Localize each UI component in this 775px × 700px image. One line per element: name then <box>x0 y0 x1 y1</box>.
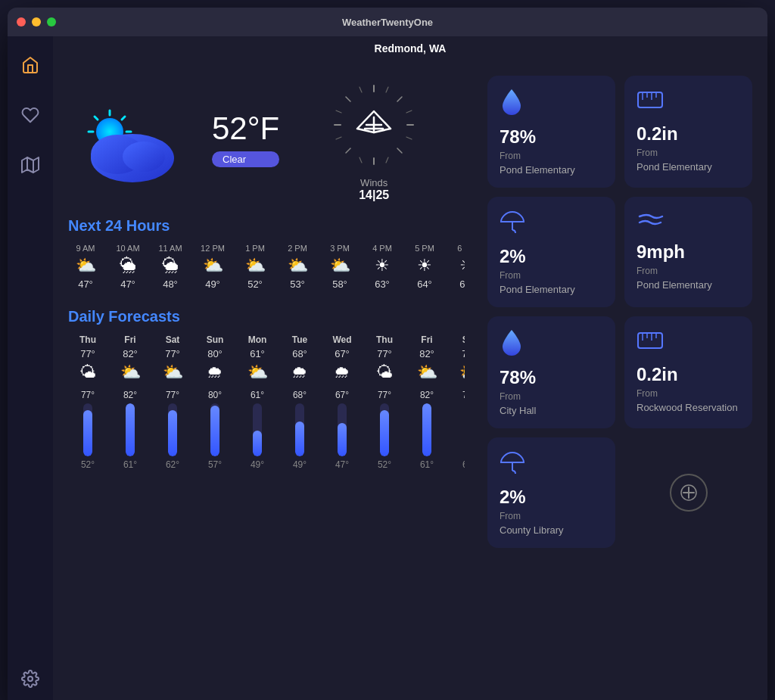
daily-section: Daily Forecasts Thu 77° 🌤 Fri 82° ⛅ Sat … <box>68 308 465 470</box>
weather-top: 52°F Clear <box>68 76 465 202</box>
svg-rect-36 <box>638 92 662 107</box>
titlebar: WeatherTwentyOne <box>8 8 767 36</box>
window-controls <box>17 17 56 26</box>
svg-line-22 <box>346 148 350 153</box>
left-panel: 52°F Clear <box>53 61 480 700</box>
minimize-button[interactable] <box>32 17 41 26</box>
stat-card: 0.2in From Rockwood Reservation <box>624 316 752 428</box>
maximize-button[interactable] <box>47 17 56 26</box>
stat-from: From <box>500 511 603 521</box>
sidebar-item-home[interactable] <box>17 51 44 79</box>
stat-row-2: 2% From Pond Elementary 9mph From Pond E… <box>487 197 752 307</box>
stat-icon <box>500 328 603 361</box>
hourly-row: 9 AM ⛅ 47° 10 AM 🌦 47° 11 AM 🌦 48° 12 PM… <box>68 244 465 290</box>
svg-line-21 <box>397 97 402 101</box>
svg-point-3 <box>28 677 33 681</box>
stat-card: 2% From Pond Elementary <box>487 197 615 307</box>
hourly-title: Next 24 Hours <box>68 217 465 235</box>
stat-from: From <box>500 151 603 161</box>
stat-value: 0.2in <box>636 364 740 385</box>
stat-icon <box>500 450 603 481</box>
app-title: WeatherTwentyOne <box>342 17 433 28</box>
app-window: WeatherTwentyOne <box>8 8 767 700</box>
stat-row-1: 78% From Pond Elementary 0.2in From Pond… <box>487 76 752 188</box>
svg-line-27 <box>386 157 388 163</box>
svg-line-9 <box>95 117 98 120</box>
weather-icon <box>68 90 189 188</box>
daily-item: Sat 77° ⛅ <box>153 334 192 382</box>
stat-card: 78% From City Hall <box>487 316 615 428</box>
svg-line-20 <box>346 97 350 101</box>
content-area: 52°F Clear <box>53 61 767 700</box>
stat-from: From <box>636 148 740 158</box>
daily-item: Mon 61° ⛅ <box>238 334 277 382</box>
bar-item: 80° 57° <box>195 390 235 470</box>
stat-icon <box>500 88 603 120</box>
sidebar-item-map[interactable] <box>17 151 44 179</box>
daily-item: Thu 77° 🌤 <box>365 334 404 382</box>
daily-item: Tue 68° 🌧 <box>280 334 319 382</box>
stat-from: From <box>636 266 740 276</box>
close-button[interactable] <box>17 17 26 26</box>
svg-rect-42 <box>638 333 662 348</box>
bar-item: 68° 49° <box>280 390 319 470</box>
svg-line-11 <box>122 117 125 120</box>
daily-item: Fri 82° ⛅ <box>110 334 150 382</box>
stat-value: 78% <box>500 367 603 388</box>
bar-chart-row: 77° 52° 82° 61° 77° 62° 80° 57° 61° 49° … <box>68 390 465 470</box>
svg-line-29 <box>336 137 341 139</box>
stat-card: 0.2in From Pond Elementary <box>624 76 752 188</box>
main-content: Redmond, WA <box>53 36 767 700</box>
svg-line-25 <box>386 87 388 92</box>
sidebar <box>8 36 53 700</box>
bar-item: 61° 49° <box>238 390 277 470</box>
bar-item: 77° 52° <box>68 390 107 470</box>
stat-card: 78% From Pond Elementary <box>487 76 615 188</box>
svg-line-23 <box>397 148 402 153</box>
right-panel: 78% From Pond Elementary 0.2in From Pond… <box>480 61 767 700</box>
svg-line-24 <box>359 87 362 92</box>
stat-icon <box>636 209 740 235</box>
stat-card: 2% From County Library <box>487 437 615 548</box>
bar-item: 82° 61° <box>110 390 150 470</box>
stat-source: Pond Elementary <box>500 164 603 176</box>
daily-row: Thu 77° 🌤 Fri 82° ⛅ Sat 77° ⛅ Sun 80° 🌧 … <box>68 334 465 382</box>
sidebar-item-favorites[interactable] <box>17 101 44 129</box>
stat-from: From <box>500 391 603 402</box>
svg-point-15 <box>123 142 165 172</box>
stat-value: 2% <box>500 246 603 267</box>
weather-info: 52°F Clear <box>212 110 279 167</box>
wind-section: Winds 14|25 <box>325 76 423 202</box>
temperature: 52°F <box>212 110 279 147</box>
hourly-item: 6 PM ☀ 65° <box>450 244 465 290</box>
stat-from: From <box>500 270 603 281</box>
bar-item: 77° 52° <box>365 390 404 470</box>
stat-icon <box>636 328 740 358</box>
hourly-scroll[interactable]: 9 AM ⛅ 47° 10 AM 🌦 47° 11 AM 🌦 48° 12 PM… <box>68 244 465 296</box>
condition-badge: Clear <box>212 151 279 167</box>
svg-line-26 <box>359 157 362 163</box>
bar-item: 67° 47° <box>322 390 362 470</box>
svg-line-30 <box>406 110 412 113</box>
hourly-section: Next 24 Hours 9 AM ⛅ 47° 10 AM 🌦 47° 11 … <box>68 217 465 296</box>
location-bar: Redmond, WA <box>53 36 767 61</box>
stat-card: 9mph From Pond Elementary <box>624 197 752 307</box>
daily-item: Sun 80° 🌧 <box>195 334 235 382</box>
hourly-item: 12 PM ⛅ 49° <box>195 244 230 290</box>
add-location-button[interactable] <box>624 437 752 548</box>
stat-source: City Hall <box>500 405 603 416</box>
sidebar-item-settings[interactable] <box>17 665 44 692</box>
hourly-item: 2 PM ⛅ 53° <box>280 244 315 290</box>
daily-item: Sat 77° ⛅ <box>450 334 465 382</box>
stat-row-3: 78% From City Hall 0.2in From Rockwood R… <box>487 316 752 428</box>
hourly-item: 10 AM 🌦 47° <box>110 244 145 290</box>
stat-from: From <box>636 388 740 399</box>
hourly-item: 3 PM ⛅ 58° <box>322 244 357 290</box>
bar-item: 82° 61° <box>407 390 447 470</box>
stat-value: 9mph <box>636 241 740 263</box>
bar-item: 77° 62° <box>153 390 192 470</box>
hourly-item: 11 AM 🌦 48° <box>153 244 188 290</box>
daily-item: Thu 77° 🌤 <box>68 334 107 382</box>
daily-item: Wed 67° 🌧 <box>322 334 362 382</box>
app-body: Redmond, WA <box>8 36 767 700</box>
